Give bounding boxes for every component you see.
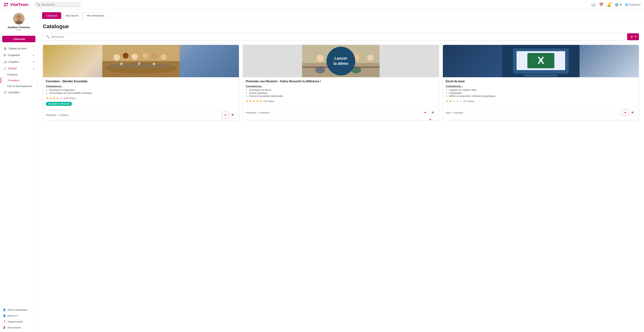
favorite-button-card-2[interactable]: ♥: [422, 109, 428, 116]
logout-icon: 🚪: [3, 326, 6, 329]
sidebar-bottom-deconnexion[interactable]: 🚪 Déconnexion: [0, 325, 38, 331]
cards-grid: Formation : Décider Ensemble Compétences…: [43, 45, 639, 120]
chevron-down-icon: ▾: [635, 35, 636, 38]
avatar: [13, 13, 25, 24]
demo-overlay: Lancer la démo: [243, 45, 439, 77]
user-circle-icon: 👤: [3, 309, 6, 311]
avatar-image: [13, 13, 25, 24]
sidebar-nav: 🏠 Tableau de bord ⊞ S'organiser ▾ 📊 Coop…: [0, 44, 38, 305]
sidebar-subitem-feedback[interactable]: Feedback: [1, 72, 37, 77]
sidebar-subitem-formations[interactable]: Formations: [1, 78, 37, 83]
favorite-button-card-3[interactable]: ♥: [622, 109, 628, 116]
tab-mes-favoris[interactable]: Mes favoris: [62, 12, 82, 19]
news-icon: 📰: [4, 91, 7, 94]
view-button-card-1[interactable]: 👁: [230, 112, 236, 118]
favorite-button-card-1[interactable]: ♥: [222, 112, 228, 118]
svg-point-13: [123, 53, 128, 59]
chart-icon: 📊: [4, 60, 7, 63]
svg-rect-21: [153, 63, 155, 65]
svg-point-17: [161, 54, 166, 60]
profile-name: Gauthier Franceus: [8, 26, 30, 29]
sidebar-bottom-support-center[interactable]: ❓ Support center: [0, 319, 38, 325]
language-selector[interactable]: 🌐 Français ▾: [625, 3, 640, 6]
card-1-notes: (120 notes): [64, 97, 76, 100]
catalogue-search-input[interactable]: [51, 35, 622, 38]
search-filter-row: 🔍 ⚡ ▾: [43, 33, 639, 40]
svg-rect-19: [120, 62, 122, 65]
topnav-search[interactable]: 🔍: [34, 2, 81, 7]
svg-point-11: [105, 63, 177, 74]
book-icon[interactable]: 📖: [591, 2, 596, 7]
star-4: ★: [456, 99, 459, 103]
sidebar-item-sorganiser[interactable]: ⊞ S'organiser ▾: [1, 52, 37, 58]
sidebar-item-tableau-de-bord[interactable]: 🏠 Tableau de bord: [1, 45, 37, 52]
trending-icon: 📈: [4, 67, 7, 70]
topnav-right: 📖 📅 🔔 ⚙️ ▾ 🌐 Français ▾: [591, 2, 640, 7]
filter-icon: ⚡: [630, 35, 634, 38]
search-icon: 🔍: [37, 3, 40, 6]
card-excel-base: X Excel de base Compétences : Logiciels …: [443, 45, 639, 120]
launch-demo-button[interactable]: Lancer la démo: [326, 47, 355, 75]
filter-button[interactable]: ⚡ ▾: [627, 33, 639, 40]
sidebar: Gauthier Franceus CEO + Nouveau 🏠 Tablea…: [0, 9, 38, 332]
svg-point-8: [18, 16, 20, 18]
star-2: ★: [49, 96, 52, 100]
view-button-card-2[interactable]: 👁: [430, 109, 436, 116]
page-title: Catalogue: [43, 23, 639, 29]
chevron-down-icon: ▾: [639, 3, 640, 6]
card-reunion: Lancer la démo Présenter une Réunion : F…: [243, 45, 439, 120]
chevron-down-icon: ▾: [33, 54, 34, 56]
sidebar-profile: Gauthier Franceus CEO: [0, 9, 38, 34]
card-1-title: Formation : Décider Ensemble: [46, 80, 236, 83]
svg-rect-38: [524, 75, 558, 76]
star-1: ★: [46, 96, 49, 100]
svg-text:X: X: [538, 55, 544, 66]
new-button[interactable]: + Nouveau: [2, 36, 36, 42]
card-3-body: Excel de base Compétences : Logiciels de…: [443, 77, 639, 107]
svg-rect-20: [138, 62, 140, 65]
sidebar-item-evoluer[interactable]: 📈 Évoluer ▴: [1, 65, 37, 72]
svg-point-0: [4, 3, 6, 4]
view-button-card-3[interactable]: 👁: [630, 109, 636, 116]
star-2: ★: [449, 99, 452, 103]
excel-image-svg: X: [443, 45, 639, 77]
star-3: ★: [53, 96, 56, 100]
sidebar-bottom-admin-vt[interactable]: 👤 Admin VT: [0, 313, 38, 319]
svg-point-1: [6, 3, 8, 4]
card-decider-ensemble: Formation : Décider Ensemble Compétences…: [43, 45, 239, 120]
card-1-stars: ★ ★ ★ ★ ★ (120 notes): [46, 96, 236, 100]
notification-badge: [610, 2, 612, 3]
sidebar-bottom-admin-organisation[interactable]: 👤 Admin organisation: [0, 307, 38, 313]
card-1-session: Présentiel - 1 Session: [46, 114, 68, 116]
topnav: VitalTeam 🔍 📖 📅 🔔 ⚙️ ▾ 🌐 Français ▾: [0, 0, 644, 9]
sidebar-subitem-plan-developpement[interactable]: Plan de Développement: [1, 83, 37, 89]
card-3-session: Visio - 0 Session: [446, 111, 463, 114]
grid-icon: ⊞: [4, 54, 6, 57]
globe-icon: 🌐: [625, 3, 628, 6]
card-2-body: Présenter une Réunion : Faites Ressortir…: [243, 77, 439, 107]
bell-icon[interactable]: 🔔: [607, 2, 611, 7]
card-2-competences: Compétences : Techniques de dessin Chaîn…: [246, 85, 436, 97]
topnav-search-input[interactable]: [42, 3, 78, 6]
svg-point-3: [6, 5, 8, 7]
star-5: ★: [60, 96, 62, 100]
catalogue-search[interactable]: 🔍: [43, 33, 625, 40]
star-3: ★: [252, 99, 256, 103]
sidebar-item-cooperer[interactable]: 📊 Coopérer ▾: [1, 59, 37, 65]
card-3-title: Excel de base: [446, 80, 636, 83]
star-4: ★: [56, 96, 59, 100]
sidebar-item-actualites[interactable]: 📰 Actualités: [1, 89, 37, 96]
card-2-stars: ★ ★ ★ ★ ★ (42 notes): [246, 99, 436, 103]
app-body: Gauthier Franceus CEO + Nouveau 🏠 Tablea…: [0, 9, 644, 332]
card-3-footer: Visio - 0 Session ♥ 👁: [443, 107, 639, 118]
tab-mes-formations[interactable]: Mes formations: [83, 12, 108, 19]
card-2-title: Présenter une Réunion : Faites Ressortir…: [246, 80, 436, 83]
gear-icon[interactable]: ⚙️ ▾: [614, 2, 622, 7]
card-2-footer: Présentiel - 2 Sessions ♥ 👁 Entrez dans …: [243, 107, 439, 118]
calendar-icon[interactable]: 📅: [599, 2, 604, 7]
card-3-notes: (21 notes): [464, 100, 474, 103]
help-circle-icon: ❓: [3, 320, 6, 323]
main-content: Catalogue Mes favoris Mes formations Cat…: [38, 9, 644, 332]
vitalteam-logo-icon: [4, 2, 9, 7]
tab-catalogue[interactable]: Catalogue: [42, 12, 61, 19]
